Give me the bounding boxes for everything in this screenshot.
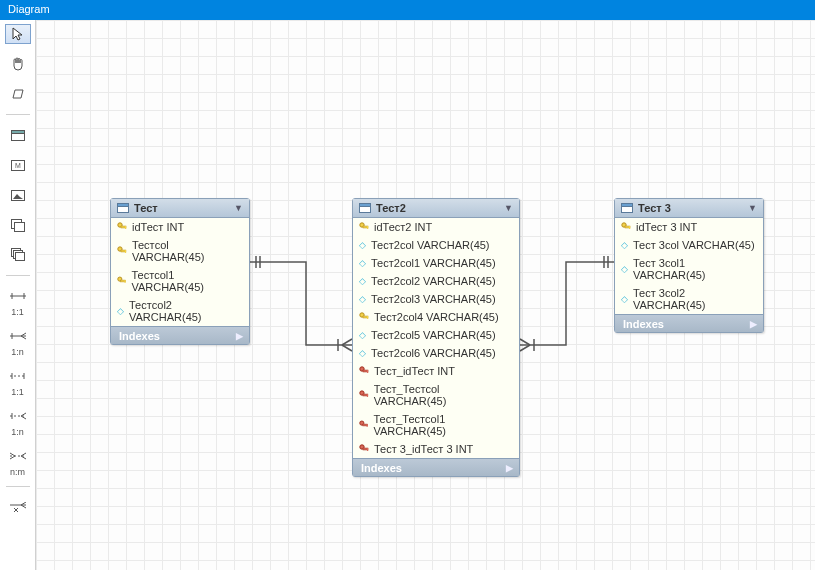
new-table-tool[interactable] (5, 125, 31, 145)
column-row[interactable]: ◇Тест2col1 VARCHAR(45) (353, 254, 519, 272)
diamond-icon: ◇ (359, 276, 366, 286)
rel-1-n-dash-tool[interactable] (5, 406, 31, 426)
diamond-icon: ◇ (621, 264, 628, 274)
column-row[interactable]: Тест 3_idТест 3 INT (353, 440, 519, 458)
column-text: Тестcol VARCHAR(45) (132, 239, 243, 263)
indexes-section[interactable]: Indexes ▶ (353, 458, 519, 476)
svg-rect-75 (367, 448, 368, 451)
image-tool[interactable] (5, 185, 31, 205)
layer-tool-2[interactable] (5, 245, 31, 265)
column-row[interactable]: idТест INT (111, 218, 249, 236)
key-icon (359, 420, 368, 430)
collapse-icon[interactable]: ▼ (748, 203, 757, 213)
svg-line-43 (520, 345, 530, 351)
column-row[interactable]: ◇Тест2col VARCHAR(45) (353, 236, 519, 254)
layer-icon (11, 219, 25, 232)
diamond-icon: ◇ (359, 240, 366, 250)
svg-rect-55 (125, 280, 126, 283)
indexes-section[interactable]: Indexes ▶ (615, 314, 763, 332)
pointer-icon (12, 27, 24, 41)
diamond-icon: ◇ (359, 294, 366, 304)
rel-label: 1:n (11, 348, 24, 356)
rel-label: 1:n (11, 428, 24, 436)
column-row[interactable]: ◇Тест 3col1 VARCHAR(45) (615, 254, 763, 284)
entity-title: Тест 3 (638, 202, 671, 214)
column-row[interactable]: ◇Тест2col6 VARCHAR(45) (353, 344, 519, 362)
column-text: Тест2col4 VARCHAR(45) (374, 311, 499, 323)
svg-rect-69 (367, 394, 368, 397)
column-row[interactable]: Тест_Тестcol VARCHAR(45) (353, 380, 519, 410)
collapse-icon[interactable]: ▼ (234, 203, 243, 213)
column-row[interactable]: ◇Тест 3col2 VARCHAR(45) (615, 284, 763, 314)
pointer-tool[interactable] (5, 24, 31, 44)
column-row[interactable]: idТест2 INT (353, 218, 519, 236)
column-row[interactable]: ◇Тестcol2 VARCHAR(45) (111, 296, 249, 326)
key-icon (359, 222, 369, 232)
key-icon (359, 312, 369, 322)
rel-n-m-tool[interactable] (5, 446, 31, 466)
expand-icon: ▶ (236, 331, 243, 341)
collapse-icon[interactable]: ▼ (504, 203, 513, 213)
rel-icon (10, 502, 26, 512)
svg-rect-57 (360, 204, 371, 207)
rel-1-n-tool[interactable] (5, 326, 31, 346)
column-list: idТест2 INT◇Тест2col VARCHAR(45)◇Тест2co… (353, 218, 519, 458)
rel-icon (10, 292, 26, 300)
new-view-tool[interactable]: M (5, 155, 31, 175)
column-text: Тестcol2 VARCHAR(45) (129, 299, 243, 323)
column-row[interactable]: idТест 3 INT (615, 218, 763, 236)
column-text: Тест2col VARCHAR(45) (371, 239, 490, 251)
entity-header[interactable]: Тест 3 ▼ (615, 199, 763, 218)
column-row[interactable]: ◇Тест2col3 VARCHAR(45) (353, 290, 519, 308)
indexes-label: Indexes (119, 330, 160, 342)
entity-test3[interactable]: Тест 3 ▼ idТест 3 INT◇Тест 3col VARCHAR(… (614, 198, 764, 333)
svg-rect-72 (367, 424, 368, 427)
svg-rect-66 (367, 370, 368, 373)
rel-icon (10, 452, 26, 460)
column-list: idТест INTТестcol VARCHAR(45)Тестcol1 VA… (111, 218, 249, 326)
rel-icon (10, 412, 26, 420)
column-text: Тест2col5 VARCHAR(45) (371, 329, 496, 341)
layer-tool-1[interactable] (5, 215, 31, 235)
column-row[interactable]: Тестcol1 VARCHAR(45) (111, 266, 249, 296)
column-text: idТест2 INT (374, 221, 432, 233)
indexes-section[interactable]: Indexes ▶ (111, 326, 249, 344)
entity-header[interactable]: Тест2 ▼ (353, 199, 519, 218)
rel-1-1-tool[interactable] (5, 286, 31, 306)
column-row[interactable]: ◇Тест2col2 VARCHAR(45) (353, 272, 519, 290)
column-row[interactable]: ◇Тест 3col VARCHAR(45) (615, 236, 763, 254)
svg-line-37 (342, 339, 352, 345)
image-icon (11, 190, 25, 201)
entity-header[interactable]: Тест ▼ (111, 199, 249, 218)
hand-tool[interactable] (5, 54, 31, 74)
svg-rect-52 (125, 250, 126, 253)
svg-line-38 (342, 345, 352, 351)
column-row[interactable]: Тест2col4 VARCHAR(45) (353, 308, 519, 326)
rel-label: 1:1 (11, 308, 24, 316)
table-icon (621, 203, 633, 213)
column-text: Тест_idТест INT (374, 365, 455, 377)
column-row[interactable]: Тестcol VARCHAR(45) (111, 236, 249, 266)
separator (6, 486, 30, 487)
column-row[interactable]: Тест_idТест INT (353, 362, 519, 380)
entity-test2[interactable]: Тест2 ▼ idТест2 INT◇Тест2col VARCHAR(45)… (352, 198, 520, 477)
svg-rect-49 (125, 226, 126, 229)
separator (6, 275, 30, 276)
hand-icon (11, 57, 25, 71)
column-row[interactable]: Тест_Тестcol1 VARCHAR(45) (353, 410, 519, 440)
key-icon (117, 222, 127, 232)
rel-existing-tool[interactable] (5, 497, 31, 517)
table-icon (359, 203, 371, 213)
svg-rect-77 (622, 204, 633, 207)
eraser-tool[interactable] (5, 84, 31, 104)
entity-test[interactable]: Тест ▼ idТест INTТестcol VARCHAR(45)Тест… (110, 198, 250, 345)
column-text: Тест2col1 VARCHAR(45) (371, 257, 496, 269)
column-row[interactable]: ◇Тест2col5 VARCHAR(45) (353, 326, 519, 344)
diamond-icon: ◇ (621, 240, 628, 250)
column-text: Тестcol1 VARCHAR(45) (131, 269, 243, 293)
titlebar: Diagram (0, 0, 815, 20)
column-text: Тест2col3 VARCHAR(45) (371, 293, 496, 305)
rel-1-1-dash-tool[interactable] (5, 366, 31, 386)
diagram-canvas[interactable]: Тест ▼ idТест INTТестcol VARCHAR(45)Тест… (36, 20, 815, 570)
column-text: Тест 3col VARCHAR(45) (633, 239, 755, 251)
